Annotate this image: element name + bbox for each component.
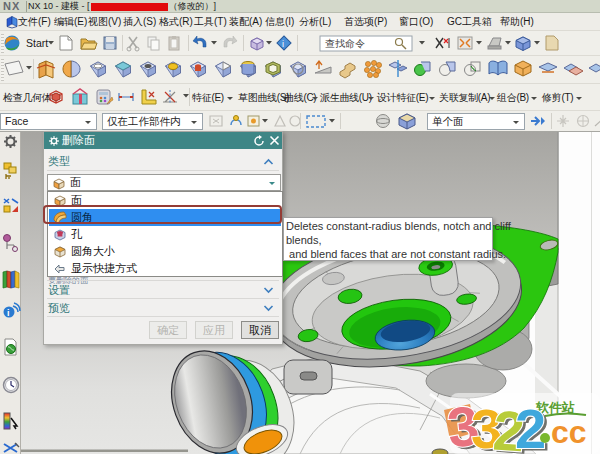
svg-text:i: i <box>7 308 10 318</box>
svg-text:i: i <box>282 39 284 49</box>
svg-text:Start: Start <box>26 37 48 49</box>
svg-text:查找命令: 查找命令 <box>325 38 365 49</box>
svg-text:2: 2 <box>515 397 546 454</box>
svg-text:cc: cc <box>551 414 587 450</box>
